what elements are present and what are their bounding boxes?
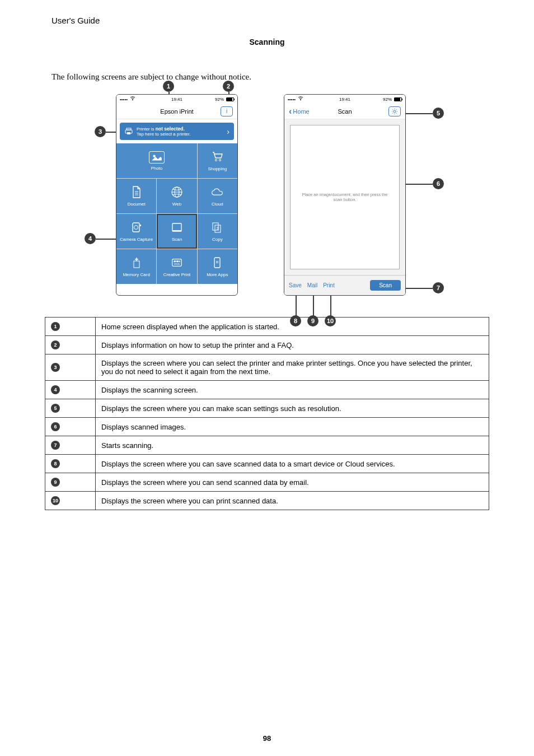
table-row: 8Displays the screen where you can save … (45, 455, 489, 473)
svg-rect-2 (127, 128, 131, 130)
scan-toolbar: Save Mail Print Scan (284, 275, 405, 295)
save-button[interactable]: Save (289, 282, 302, 288)
intro-text: The following screens are subject to cha… (0, 46, 534, 82)
callout-desc: Starts scanning. (96, 436, 489, 455)
callout-num: 8 (51, 459, 60, 468)
tile-label: Web (172, 202, 181, 207)
callout-desc: Displays the screen where you can make s… (96, 399, 489, 418)
tile-camera[interactable]: Camera Capture (116, 214, 156, 249)
placeholder-text: Place an image/document, and then press … (298, 192, 391, 202)
phone-home-wrap: 1 2 3 4 ••••• 19:41 92% (82, 94, 261, 296)
table-row: 7Starts scanning. (45, 436, 489, 455)
svg-point-5 (216, 159, 217, 161)
phone-scan: ••••• 19:41 92% Home Scan (284, 94, 406, 296)
scan-button[interactable]: Scan (370, 280, 401, 291)
tile-scan[interactable]: Scan (157, 214, 196, 249)
tile-web[interactable]: Web (157, 179, 196, 213)
callout-table: 1Home screen displayed when the applicat… (45, 317, 489, 510)
battery-pct: 92% (383, 97, 392, 102)
callout-desc: Displays information on how to setup the… (96, 336, 489, 354)
page-number: 98 (0, 734, 534, 743)
tile-label: More Apps (207, 272, 228, 277)
copy-icon (211, 221, 223, 235)
svg-rect-24 (174, 260, 176, 262)
callout-num: 5 (51, 404, 60, 413)
svg-point-4 (153, 155, 155, 157)
tile-label: Documet (128, 202, 146, 207)
callout-2: 2 (223, 81, 234, 92)
svg-point-14 (134, 225, 138, 229)
info-button[interactable]: i (221, 106, 233, 116)
table-row: 4Displays the scanning screen. (45, 381, 489, 399)
settings-button[interactable] (388, 106, 401, 116)
more-apps-icon (211, 256, 223, 270)
phone-scan-wrap: 5 6 7 8 9 10 ••••• 19:41 92% (284, 94, 452, 296)
table-row: 5Displays the screen where you can make … (45, 399, 489, 418)
tile-shopping[interactable]: Shopping (198, 143, 237, 178)
status-bar: ••••• 19:41 92% (116, 95, 237, 104)
tile-photo[interactable]: Photo (116, 143, 197, 178)
guide-title: User's Guide (51, 16, 100, 25)
printer-select-banner[interactable]: Printer is not selected. Tap here to sel… (120, 123, 234, 140)
svg-rect-15 (140, 225, 141, 226)
home-grid: Photo Shopping Documet Web Cloud (116, 143, 237, 284)
mail-button[interactable]: Mail (307, 282, 317, 288)
chevron-right-icon: › (227, 127, 229, 136)
callout-10: 10 (325, 315, 336, 326)
callout-num: 2 (51, 340, 60, 349)
tile-label: Shopping (208, 166, 227, 171)
memory-card-icon (130, 256, 143, 270)
tile-memory[interactable]: Memory Card (116, 249, 156, 284)
tile-creative[interactable]: EPSON Creative Print (157, 249, 196, 284)
callout-num: 1 (51, 322, 60, 331)
tile-more[interactable]: More Apps (198, 249, 237, 284)
scan-icon (171, 221, 183, 235)
gear-icon (391, 108, 398, 115)
svg-point-6 (219, 159, 221, 161)
tile-document[interactable]: Documet (116, 179, 156, 213)
battery-icon (226, 97, 234, 101)
screen-title: Scan (338, 108, 352, 115)
document-icon (130, 186, 143, 199)
callout-desc: Displays the screen where you can send s… (96, 473, 489, 492)
printer-banner-text: Printer is not selected. Tap here to sel… (137, 126, 191, 137)
table-row: 2Displays information on how to setup th… (45, 336, 489, 354)
callout-desc: Displays the screen where you can save s… (96, 455, 489, 473)
back-button[interactable]: Home (289, 106, 310, 116)
app-title: Epson iPrint (160, 108, 193, 115)
battery-icon (394, 97, 402, 101)
callout-num: 4 (51, 385, 60, 394)
section-heading: Scanning (0, 38, 534, 46)
wifi-icon (298, 96, 303, 102)
svg-rect-26 (179, 260, 180, 262)
clock: 19:41 (339, 97, 350, 102)
svg-rect-13 (133, 223, 139, 232)
callout-num: 6 (51, 422, 60, 431)
clock: 19:41 (171, 97, 182, 102)
table-row: 6Displays scanned images. (45, 418, 489, 436)
callout-4: 4 (85, 233, 96, 244)
cloud-icon (211, 186, 223, 199)
scan-preview-area: Place an image/document, and then press … (290, 125, 400, 269)
callout-desc: Displays the screen where you can select… (96, 354, 489, 381)
signal-dots: ••••• (288, 97, 296, 102)
cart-icon (211, 151, 223, 164)
callout-num: 3 (51, 363, 60, 372)
svg-text:EPSON: EPSON (174, 263, 180, 265)
tile-label: Creative Print (163, 272, 190, 277)
status-bar: ••••• 19:41 92% (284, 95, 405, 104)
camera-icon (130, 221, 143, 235)
callout-desc: Displays scanned images. (96, 418, 489, 436)
globe-icon (171, 186, 183, 199)
tile-cloud[interactable]: Cloud (198, 179, 237, 213)
callout-num: 9 (51, 478, 60, 487)
tile-copy[interactable]: Copy (198, 214, 237, 249)
tile-label: Photo (151, 166, 162, 171)
callout-7: 7 (433, 282, 444, 293)
print-button[interactable]: Print (323, 282, 335, 288)
printer-icon (124, 127, 133, 136)
figure: 1 2 3 4 ••••• 19:41 92% (0, 82, 534, 311)
phone-home: ••••• 19:41 92% Epson iPrint i (116, 94, 238, 296)
navbar-scan: Home Scan (284, 104, 405, 119)
svg-rect-16 (172, 223, 181, 231)
